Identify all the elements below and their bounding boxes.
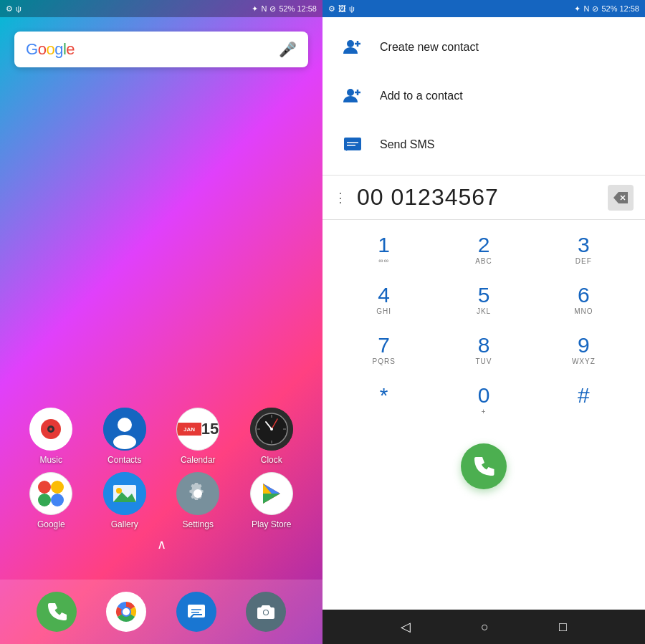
create-contact-icon — [340, 34, 366, 60]
app-row-2: Google Gallery — [14, 472, 308, 529]
app-google[interactable]: Google — [22, 472, 80, 529]
dock-messages[interactable] — [176, 592, 216, 632]
dialer-number-row: ⋮ 00 01234567 — [322, 176, 645, 220]
dock-chrome[interactable] — [106, 592, 146, 632]
dock-phone[interactable] — [37, 592, 77, 632]
backspace-button[interactable] — [608, 185, 634, 211]
svg-point-17 — [38, 494, 51, 506]
create-contact-label: Create new contact — [380, 41, 479, 54]
image-icon: 🖼 — [338, 4, 346, 13]
app-clock[interactable]: Clock — [243, 408, 300, 465]
dialer-menu-icon[interactable]: ⋮ — [334, 190, 348, 206]
app-row-1: Music Contacts JAN — [14, 408, 308, 465]
svg-point-39 — [347, 89, 354, 96]
gallery-label: Gallery — [111, 519, 138, 529]
battery-r: 52% 12:58 — [601, 4, 639, 13]
dial-key-8[interactable]: 8 TUV — [434, 326, 533, 376]
left-screen: ⚙ ψ ✦ N ⊘ 52% 12:58 Google 🎤 — [0, 0, 322, 644]
svg-marker-25 — [263, 494, 280, 504]
usb-icon: ψ — [16, 4, 22, 13]
dial-key-6[interactable]: 6 MNO — [534, 276, 634, 326]
right-screen: ⚙ 🖼 ψ ✦ N ⊘ 52% 12:58 Create new contact — [322, 0, 645, 644]
add-contact-icon — [340, 83, 366, 109]
wifi-icon: ✦ — [574, 4, 580, 14]
app-calendar[interactable]: JAN 15 Calendar — [169, 408, 226, 465]
send-sms-icon — [340, 132, 366, 158]
usb-icon-r: ψ — [349, 4, 355, 13]
bottom-dock — [0, 580, 322, 644]
dial-key-0[interactable]: 0 + — [434, 376, 533, 426]
google-logo: Google — [26, 40, 75, 59]
gallery-icon — [103, 472, 146, 515]
dial-key-2[interactable]: 2 ABC — [434, 226, 533, 276]
dial-key-hash[interactable]: # — [534, 376, 634, 426]
app-playstore[interactable]: Play Store — [243, 472, 300, 529]
status-bar-left: ⚙ ψ ✦ N ⊘ 52% 12:58 — [0, 0, 322, 17]
svg-point-5 — [113, 435, 136, 449]
home-button-r[interactable]: ○ — [475, 614, 494, 640]
app-music[interactable]: Music — [22, 408, 80, 465]
dial-key-7[interactable]: 7 PQRS — [334, 326, 434, 376]
dialer-section: ⋮ 00 01234567 1 ∞∞ 2 ABC 3 — [322, 176, 645, 610]
send-sms-item[interactable]: Send SMS — [322, 120, 645, 169]
svg-point-4 — [118, 418, 132, 432]
settings-icon: ⚙ — [6, 4, 13, 14]
google-app-icon — [29, 472, 72, 515]
google-search-bar[interactable]: Google 🎤 — [14, 32, 308, 67]
dial-pad: 1 ∞∞ 2 ABC 3 DEF 4 GHI 5 JKL 6 MNO — [322, 220, 645, 432]
clock-label: Clock — [261, 455, 282, 465]
app-grid: Music Contacts JAN — [0, 408, 322, 558]
svg-point-18 — [51, 494, 64, 506]
google-label: Google — [37, 519, 65, 529]
app-gallery[interactable]: Gallery — [96, 472, 153, 529]
call-button[interactable] — [461, 443, 507, 489]
dial-key-5[interactable]: 5 JKL — [434, 276, 533, 326]
calendar-label: Calendar — [181, 455, 216, 465]
context-menu: Create new contact Add to a contact — [322, 17, 645, 176]
dial-key-star[interactable]: * — [334, 376, 434, 426]
contacts-icon — [103, 408, 146, 451]
add-contact-item[interactable]: Add to a contact — [322, 72, 645, 120]
svg-point-35 — [264, 610, 268, 615]
clock-icon — [250, 408, 293, 451]
send-sms-label: Send SMS — [380, 138, 434, 151]
status-right-info-r: ✦ N ⊘ 52% 12:58 — [574, 4, 639, 14]
dialer-number-display: 00 01234567 — [357, 184, 608, 211]
create-contact-item[interactable]: Create new contact — [322, 23, 645, 72]
music-icon — [29, 408, 72, 451]
data-icon-r: ⊘ — [592, 4, 598, 14]
svg-point-30 — [123, 608, 130, 615]
svg-point-36 — [347, 40, 354, 47]
dial-key-3[interactable]: 3 DEF — [534, 226, 634, 276]
contacts-label: Contacts — [108, 455, 141, 465]
data-icon: ⊘ — [269, 4, 276, 14]
settings-app-icon — [176, 472, 219, 515]
add-contact-label: Add to a contact — [380, 90, 463, 102]
settings-icon-r: ⚙ — [328, 4, 335, 14]
status-left-icons: ⚙ ψ — [6, 4, 22, 14]
dial-key-4[interactable]: 4 GHI — [334, 276, 434, 326]
dial-key-9[interactable]: 9 WXYZ — [534, 326, 634, 376]
playstore-icon — [250, 472, 293, 515]
status-bar-right: ⚙ 🖼 ψ ✦ N ⊘ 52% 12:58 — [322, 0, 645, 17]
app-settings[interactable]: Settings — [169, 472, 226, 529]
call-button-row — [322, 432, 645, 504]
back-button-r[interactable]: ◁ — [395, 613, 416, 640]
svg-point-14 — [270, 428, 273, 431]
settings-label: Settings — [183, 519, 214, 529]
mic-icon[interactable]: 🎤 — [279, 41, 297, 58]
svg-point-15 — [38, 481, 51, 494]
app-contacts[interactable]: Contacts — [96, 408, 153, 465]
playstore-label: Play Store — [252, 519, 291, 529]
music-label: Music — [40, 455, 62, 465]
recents-button-r[interactable]: □ — [553, 614, 573, 640]
status-icons: ⚙ 🖼 ψ — [328, 4, 355, 14]
app-drawer-chevron[interactable]: ∧ — [14, 537, 308, 552]
dock-camera[interactable] — [246, 592, 286, 632]
dial-key-1[interactable]: 1 ∞∞ — [334, 226, 434, 276]
network-icon: N — [261, 4, 267, 13]
battery-level: 52% 12:58 — [279, 4, 317, 13]
signal-icon: ✦ — [252, 4, 258, 14]
svg-point-21 — [116, 488, 122, 494]
svg-point-16 — [51, 481, 64, 494]
